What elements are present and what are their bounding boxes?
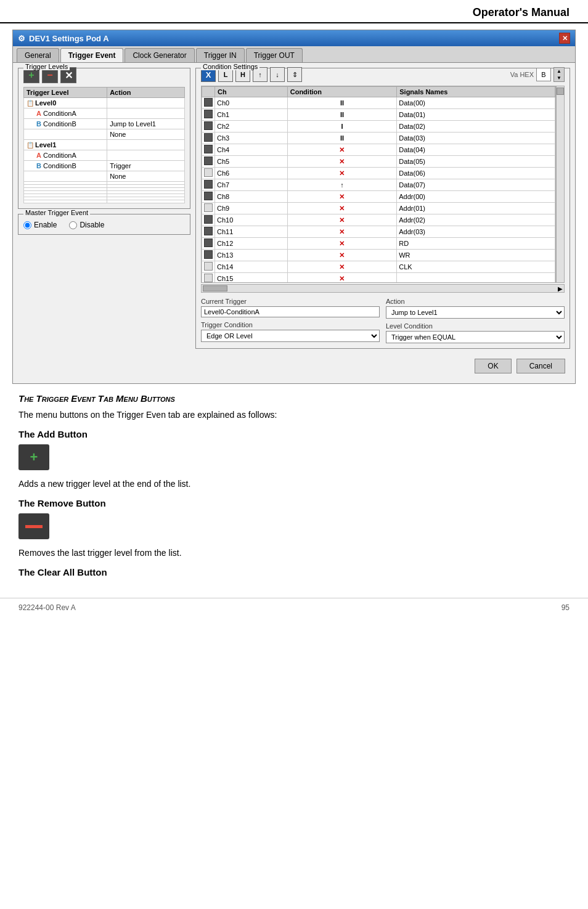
ch-checkbox[interactable]: [204, 262, 213, 271]
master-trigger-group: Master Trigger Event Enable Disable: [18, 214, 190, 235]
condition-name: B ConditionB: [24, 161, 107, 171]
section-title: The Trigger Event Tab Menu Buttons: [18, 393, 570, 404]
condition-settings-label: Condition Settings: [201, 63, 259, 70]
close-button[interactable]: ✕: [559, 33, 570, 44]
hex-input[interactable]: [536, 68, 551, 81]
spinner-control[interactable]: ▲ ▼: [553, 67, 565, 82]
level-condition-select[interactable]: Trigger when EQUAL Trigger when NOT EQUA…: [386, 331, 565, 343]
level-icon: 📋: [27, 100, 34, 107]
disable-label: Disable: [80, 221, 104, 229]
table-row[interactable]: Ch8 ✕ Addr(00): [202, 191, 555, 203]
cancel-button[interactable]: Cancel: [517, 359, 565, 373]
table-row[interactable]: B ConditionB Trigger: [24, 161, 185, 171]
condition-action: Trigger: [107, 161, 185, 171]
tab-trigger-out[interactable]: Trigger OUT: [246, 48, 303, 62]
condition-action: Jump to Level1: [107, 119, 185, 129]
ch-checkbox[interactable]: [204, 192, 213, 200]
ch-checkbox[interactable]: [204, 274, 213, 282]
table-row[interactable]: A ConditionA: [24, 150, 185, 161]
ch-checkbox[interactable]: [204, 238, 213, 247]
enable-radio-input[interactable]: [23, 221, 31, 229]
condition-action: [107, 108, 185, 119]
ch-checkbox[interactable]: [204, 203, 213, 212]
level-condition-label: Level Condition: [386, 322, 565, 330]
ch-checkbox[interactable]: [204, 133, 213, 142]
col-condition: Condition: [287, 87, 397, 97]
table-row[interactable]: Ch10 ✕ Addr(02): [202, 214, 555, 226]
vertical-scrollbar[interactable]: [556, 86, 565, 283]
disable-radio[interactable]: Disable: [69, 221, 104, 229]
ch-checkbox[interactable]: [204, 180, 213, 189]
ch-checkbox[interactable]: [204, 215, 213, 224]
ch-checkbox[interactable]: [204, 168, 213, 177]
col-ch: Ch: [215, 87, 288, 97]
level-name: 📋Level0: [24, 98, 107, 108]
scroll-right-arrow[interactable]: ▶: [557, 285, 564, 292]
level-condition-row: Trigger when EQUAL Trigger when NOT EQUA…: [386, 331, 565, 343]
condition-action: [107, 150, 185, 161]
ok-button[interactable]: OK: [475, 359, 511, 373]
cond-fall-button[interactable]: ↓: [270, 67, 285, 82]
tab-trigger-in[interactable]: Trigger IN: [196, 48, 245, 62]
page-footer: 922244-00 Rev A 95: [0, 598, 588, 617]
horiz-scroll-thumb[interactable]: [203, 285, 227, 291]
ch-checkbox[interactable]: [204, 98, 213, 107]
col-checkbox: [202, 87, 215, 97]
ch-checkbox[interactable]: [204, 227, 213, 235]
table-row[interactable]: Ch11 ✕ Addr(03): [202, 226, 555, 238]
clear-button-title: The Clear All Button: [18, 567, 570, 577]
action-section: Action Jump to Level1 Trigger None Level…: [386, 298, 565, 343]
table-row[interactable]: Ch15 ✕: [202, 273, 555, 283]
condition-settings-group: Condition Settings X L H ↑ ↓ ⇕ Va HEX ▲ …: [195, 68, 570, 349]
table-row: [24, 200, 185, 203]
hex-label: Va HEX: [510, 71, 534, 78]
table-row[interactable]: Ch0 II Data(00): [202, 97, 555, 109]
tab-general[interactable]: General: [17, 48, 59, 62]
condition-name: A ConditionA: [24, 150, 107, 161]
a-icon: A: [36, 152, 41, 159]
b-icon: B: [36, 162, 41, 169]
table-row[interactable]: A ConditionA: [24, 108, 185, 119]
table-row[interactable]: Ch4 ✕ Data(04): [202, 144, 555, 156]
table-row[interactable]: Ch3 II Data(03): [202, 132, 555, 144]
trigger-tree-table: Trigger Level Action 📋Level0: [23, 87, 185, 203]
ch-checkbox[interactable]: [204, 145, 213, 153]
spinner-up-button[interactable]: ▲: [554, 68, 564, 75]
table-row[interactable]: Ch2 I Data(02): [202, 121, 555, 132]
trigger-condition-select[interactable]: Edge OR Level Edge AND Level Edge Only L…: [201, 330, 380, 342]
ch-checkbox[interactable]: [204, 250, 213, 259]
cond-edge-button[interactable]: ⇕: [287, 67, 302, 82]
table-row[interactable]: Ch14 ✕ CLK: [202, 261, 555, 273]
tab-clock-generator[interactable]: Clock Generator: [125, 48, 194, 62]
col-action: Action: [107, 88, 185, 98]
table-row[interactable]: Ch13 ✕ WR: [202, 250, 555, 261]
tab-trigger-event[interactable]: Trigger Event: [60, 48, 124, 62]
ch-checkbox[interactable]: [204, 121, 213, 130]
col-signals: Signals Names: [397, 87, 555, 97]
manual-title: Operator's Manual: [473, 6, 570, 18]
disable-radio-input[interactable]: [69, 221, 77, 229]
action-row: Jump to Level1 Trigger None: [386, 306, 565, 319]
spinner-down-button[interactable]: ▼: [554, 75, 564, 81]
action-select[interactable]: Jump to Level1 Trigger None: [386, 306, 565, 319]
condition-action: None: [107, 171, 185, 182]
channel-table-container[interactable]: Ch Condition Signals Names Ch0 II: [201, 86, 556, 283]
table-row[interactable]: Ch6 ✕ Data(06): [202, 168, 555, 179]
level-icon: 📋: [27, 142, 34, 149]
ch-checkbox[interactable]: [204, 110, 213, 118]
horizontal-scrollbar[interactable]: ▶: [201, 284, 565, 293]
table-row[interactable]: Ch1 II Data(01): [202, 109, 555, 121]
table-row[interactable]: B ConditionB Jump to Level1: [24, 119, 185, 129]
scroll-thumb[interactable]: [557, 88, 564, 95]
page-header: Operator's Manual: [0, 0, 588, 23]
action-label: Action: [386, 298, 565, 305]
b-icon: B: [36, 120, 41, 128]
table-row[interactable]: Ch5 ✕ Data(05): [202, 156, 555, 168]
ch-checkbox[interactable]: [204, 157, 213, 165]
a-icon: A: [36, 110, 41, 117]
table-row[interactable]: Ch12 ✕ RD: [202, 238, 555, 250]
table-row[interactable]: Ch9 ✕ Addr(01): [202, 203, 555, 214]
table-row[interactable]: Ch7 ↑ Data(07): [202, 179, 555, 191]
condition-name: B ConditionB: [24, 119, 107, 129]
enable-radio[interactable]: Enable: [23, 221, 57, 229]
